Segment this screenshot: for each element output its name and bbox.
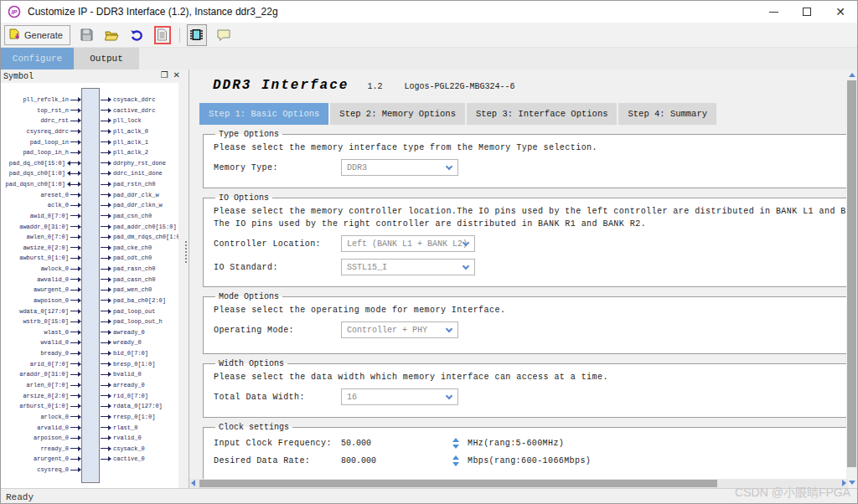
- scroll-up-icon[interactable]: [849, 73, 855, 77]
- controller-location-dropdown[interactable]: Left (BANK L1 + BANK L2): [341, 235, 475, 252]
- open-icon[interactable]: [104, 26, 121, 44]
- port-awurgent_0: awurgent_0: [34, 285, 81, 295]
- port-cactive_0: cactive_0: [101, 454, 145, 464]
- port-awpoison_0: awpoison_0: [34, 296, 81, 306]
- input-clock-frequency-value[interactable]: 50.000: [341, 439, 452, 448]
- undo-icon[interactable]: [129, 26, 146, 44]
- vertical-scroll-thumb[interactable]: [847, 80, 856, 467]
- horizontal-scroll-thumb[interactable]: [199, 480, 717, 487]
- port-csysack_0: csysack_0: [101, 444, 145, 454]
- port-areset_0: areset_0: [40, 190, 81, 200]
- spinner-icon[interactable]: [452, 455, 459, 466]
- port-pad_ddr_clk_w: pad_ddr_clk_w: [101, 190, 159, 200]
- comment-icon[interactable]: [215, 26, 232, 44]
- port-pad_dq_ch0[15:0]: pad_dq_ch0[15:0]: [9, 158, 81, 168]
- memory-type-label: Memory Type:: [214, 163, 341, 172]
- port-awready_0: awready_0: [101, 327, 145, 337]
- port-pad_odt_ch0: pad_odt_ch0: [101, 253, 152, 263]
- operating-mode-dropdown[interactable]: Controller + PHY: [341, 321, 458, 338]
- desired-data-rate-value[interactable]: 800.000: [341, 456, 452, 465]
- io-standard-dropdown[interactable]: SSTL15_I: [341, 259, 475, 275]
- chevron-down-icon: [446, 163, 452, 170]
- port-pad_loop_out: pad_loop_out: [101, 306, 155, 316]
- port-awaddr_0[31:0]: awaddr_0[31:0]: [19, 222, 81, 232]
- port-awvalid_0: awvalid_0: [37, 275, 81, 285]
- port-arburst_0[1:0]: arburst_0[1:0]: [19, 401, 81, 411]
- port-pad_loop_in: pad_loop_in: [30, 137, 81, 147]
- panel-tab-bar: Configure Output: [1, 48, 857, 69]
- symbol-view-icon[interactable]: [187, 24, 207, 46]
- port-csysreq_ddrc: csysreq_ddrc: [27, 126, 81, 136]
- tab-configure[interactable]: Configure: [1, 48, 74, 69]
- port-rvalid_0: rvalid_0: [101, 433, 142, 443]
- type-options-legend: Type Options: [215, 130, 282, 139]
- port-ddrphy_rst_done: ddrphy_rst_done: [101, 158, 166, 168]
- port-pll_refclk_in: pll_refclk_in: [23, 95, 81, 105]
- step-tabs: Step 1: Basic OptionsStep 2: Memory Opti…: [199, 103, 858, 125]
- generate-button[interactable]: Generate: [4, 25, 70, 45]
- port-rdata_0[127:0]: rdata_0[127:0]: [101, 401, 163, 411]
- step-tab-4[interactable]: Step 4: Summary: [618, 103, 716, 125]
- maximize-button[interactable]: [790, 1, 824, 23]
- spinner-icon[interactable]: [452, 438, 459, 449]
- port-wlast_0: wlast_0: [44, 327, 81, 337]
- mode-options-legend: Mode Options: [215, 292, 282, 301]
- port-rresp_0[1:0]: rresp_0[1:0]: [101, 412, 155, 422]
- port-ddrc_rst: ddrc_rst: [40, 116, 81, 126]
- title-bar: IP Customize IP - DDR3 Interface (1.2), …: [1, 1, 857, 23]
- port-wdata_0[127:0]: wdata_0[127:0]: [19, 306, 81, 316]
- operating-mode-value: Controller + PHY: [347, 326, 427, 335]
- port-bready_0: bready_0: [40, 348, 81, 358]
- window-title: Customize IP - DDR3 Interface (1.2), Ins…: [28, 6, 278, 18]
- tab-output[interactable]: Output: [74, 48, 139, 69]
- step-tab-2[interactable]: Step 2: Memory Options: [330, 103, 465, 125]
- memory-type-value: DDR3: [347, 163, 367, 172]
- io-options-desc-2: The IO pins used by the right controller…: [214, 219, 858, 229]
- type-options-desc: Please select the memory interface type …: [214, 143, 858, 152]
- step-tab-1[interactable]: Step 1: Basic Options: [199, 103, 328, 125]
- io-options-desc-1: Please select the memory controller loca…: [214, 207, 858, 216]
- close-button[interactable]: ✕: [824, 1, 857, 23]
- port-top_rst_n: top_rst_n: [37, 105, 81, 116]
- port-pad_ddr_clkn_w: pad_ddr_clkn_w: [101, 200, 163, 210]
- port-arurgent_0: arurgent_0: [34, 454, 81, 464]
- width-options-legend: Width Options: [215, 359, 287, 368]
- chevron-down-icon: [446, 393, 452, 399]
- device-name: Logos-PGL22G-MBG324--6: [404, 82, 514, 91]
- port-arready_0: arready_0: [101, 380, 145, 390]
- port-arlock_0: arlock_0: [40, 412, 81, 422]
- port-aclk_0: aclk_0: [48, 200, 81, 210]
- save-icon[interactable]: [79, 26, 96, 44]
- port-csysack_ddrc: csysack_ddrc: [101, 95, 155, 105]
- vertical-scrollbar[interactable]: [846, 69, 857, 488]
- port-bid_0[7:0]: bid_0[7:0]: [101, 348, 148, 358]
- io-options-legend: IO Options: [215, 193, 272, 203]
- port-bresp_0[1:0]: bresp_0[1:0]: [101, 359, 155, 369]
- mode-options-group: Mode Options Please select the operating…: [203, 292, 858, 354]
- generate-label: Generate: [24, 30, 63, 40]
- scroll-down-icon[interactable]: [849, 481, 855, 485]
- float-panel-icon[interactable]: ❐: [161, 70, 168, 80]
- minimize-button[interactable]: [757, 1, 790, 23]
- ip-version: 1.2: [367, 82, 382, 91]
- port-arvalid_0: arvalid_0: [37, 423, 81, 433]
- close-panel-icon[interactable]: ✕: [173, 70, 180, 80]
- toolbar-separator: [179, 28, 180, 43]
- symbol-panel-header: Symbol ❐ ✕: [1, 69, 183, 83]
- chevron-down-icon: [446, 326, 452, 332]
- status-bar: Ready: [1, 488, 857, 504]
- port-arsize_0[2:0]: arsize_0[2:0]: [23, 391, 81, 401]
- type-options-group: Type Options Please select the memory in…: [203, 130, 858, 188]
- controller-location-value: Left (BANK L1 + BANK L2): [347, 239, 468, 249]
- chevron-down-icon: [463, 263, 469, 270]
- port-wstrb_0[15:0]: wstrb_0[15:0]: [23, 316, 81, 327]
- port-pll_lock: pll_lock: [101, 116, 142, 126]
- datasheet-icon[interactable]: [154, 26, 171, 44]
- port-araddr_0[31:0]: araddr_0[31:0]: [19, 369, 81, 379]
- memory-type-dropdown[interactable]: DDR3: [341, 159, 458, 176]
- scroll-left-icon[interactable]: [191, 480, 195, 486]
- total-data-width-dropdown[interactable]: 16: [341, 388, 458, 405]
- port-pad_loop_out_h: pad_loop_out_h: [101, 316, 163, 327]
- port-pll_aclk_1: pll_aclk_1: [101, 137, 148, 147]
- step-tab-3[interactable]: Step 3: Interface Options: [467, 103, 618, 125]
